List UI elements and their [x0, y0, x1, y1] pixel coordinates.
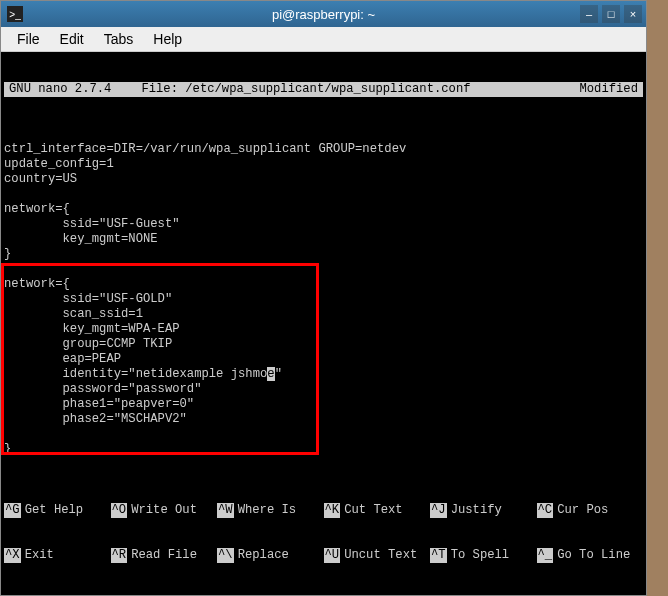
nano-status: Modified: [579, 82, 643, 97]
menu-tabs[interactable]: Tabs: [94, 28, 144, 50]
shortcut-item: ^KCut Text: [324, 503, 431, 518]
editor-line: ctrl_interface=DIR=/var/run/wpa_supplica…: [4, 142, 406, 156]
shortcut-item: ^JJustify: [430, 503, 537, 518]
editor-line: password="password": [4, 382, 201, 396]
nano-app-name: GNU nano 2.7.4: [4, 82, 111, 97]
editor-line: country=US: [4, 172, 77, 186]
shortcut-key: ^G: [4, 503, 21, 518]
shortcut-key: ^U: [324, 548, 341, 563]
footer-row: ^XExit^RRead File^\Replace^UUncut Text^T…: [4, 548, 643, 563]
shortcut-key: ^W: [217, 503, 234, 518]
shortcut-label: Justify: [447, 503, 502, 518]
close-button[interactable]: ×: [624, 5, 642, 23]
shortcut-label: To Spell: [447, 548, 510, 563]
shortcut-item: ^UUncut Text: [324, 548, 431, 563]
editor-line: scan_ssid=1: [4, 307, 143, 321]
shortcut-label: Read File: [127, 548, 197, 563]
shortcut-item: ^XExit: [4, 548, 111, 563]
editor-line: group=CCMP TKIP: [4, 337, 172, 351]
shortcut-key: ^R: [111, 548, 128, 563]
editor-line: ": [275, 367, 282, 381]
editor-line: network={: [4, 277, 70, 291]
menubar: File Edit Tabs Help: [1, 27, 646, 52]
editor-line: phase2="MSCHAPV2": [4, 412, 187, 426]
shortcut-key: ^X: [4, 548, 21, 563]
shortcut-item: ^OWrite Out: [111, 503, 218, 518]
editor-line: ssid="USF-GOLD": [4, 292, 172, 306]
shortcut-item: ^\Replace: [217, 548, 324, 563]
editor-line: }: [4, 247, 11, 261]
editor-line: update_config=1: [4, 157, 114, 171]
editor-content[interactable]: ctrl_interface=DIR=/var/run/wpa_supplica…: [4, 127, 643, 457]
editor-line: key_mgmt=NONE: [4, 232, 158, 246]
editor-line: ssid="USF-Guest": [4, 217, 180, 231]
window-controls: – □ ×: [580, 5, 642, 23]
editor-line: key_mgmt=WPA-EAP: [4, 322, 180, 336]
titlebar: >_ pi@raspberrypi: ~ – □ ×: [1, 1, 646, 27]
shortcut-key: ^\: [217, 548, 234, 563]
shortcut-key: ^_: [537, 548, 554, 563]
minimize-button[interactable]: –: [580, 5, 598, 23]
shortcut-label: Where Is: [234, 503, 297, 518]
shortcut-label: Cut Text: [340, 503, 403, 518]
shortcut-label: Uncut Text: [340, 548, 417, 563]
terminal-area[interactable]: GNU nano 2.7.4 File: /etc/wpa_supplicant…: [1, 52, 646, 595]
shortcut-key: ^K: [324, 503, 341, 518]
shortcut-item: ^TTo Spell: [430, 548, 537, 563]
nano-header: GNU nano 2.7.4 File: /etc/wpa_supplicant…: [4, 82, 643, 97]
shortcut-key: ^T: [430, 548, 447, 563]
shortcut-item: ^WWhere Is: [217, 503, 324, 518]
shortcut-key: ^O: [111, 503, 128, 518]
nano-footer: ^GGet Help^OWrite Out^WWhere Is^KCut Tex…: [4, 473, 643, 593]
terminal-window: >_ pi@raspberrypi: ~ – □ × File Edit Tab…: [0, 0, 647, 596]
app-icon: >_: [7, 6, 23, 22]
editor-line: network={: [4, 202, 70, 216]
shortcut-label: Get Help: [21, 503, 84, 518]
cursor: e: [267, 367, 274, 381]
editor-line: }: [4, 442, 11, 456]
editor-line: phase1="peapver=0": [4, 397, 194, 411]
menu-edit[interactable]: Edit: [50, 28, 94, 50]
menu-file[interactable]: File: [7, 28, 50, 50]
shortcut-item: ^CCur Pos: [537, 503, 644, 518]
shortcut-key: ^J: [430, 503, 447, 518]
shortcut-item: ^_Go To Line: [537, 548, 644, 563]
shortcut-label: Go To Line: [553, 548, 630, 563]
menu-help[interactable]: Help: [143, 28, 192, 50]
shortcut-label: Replace: [234, 548, 289, 563]
shortcut-label: Exit: [21, 548, 54, 563]
shortcut-item: ^RRead File: [111, 548, 218, 563]
shortcut-label: Write Out: [127, 503, 197, 518]
nano-file-path: File: /etc/wpa_supplicant/wpa_supplicant…: [111, 82, 579, 97]
editor-line: eap=PEAP: [4, 352, 121, 366]
footer-row: ^GGet Help^OWrite Out^WWhere Is^KCut Tex…: [4, 503, 643, 518]
maximize-button[interactable]: □: [602, 5, 620, 23]
shortcut-key: ^C: [537, 503, 554, 518]
shortcut-item: ^GGet Help: [4, 503, 111, 518]
window-title: pi@raspberrypi: ~: [272, 7, 375, 22]
shortcut-label: Cur Pos: [553, 503, 608, 518]
editor-line: identity="netidexample jshmo: [4, 367, 267, 381]
